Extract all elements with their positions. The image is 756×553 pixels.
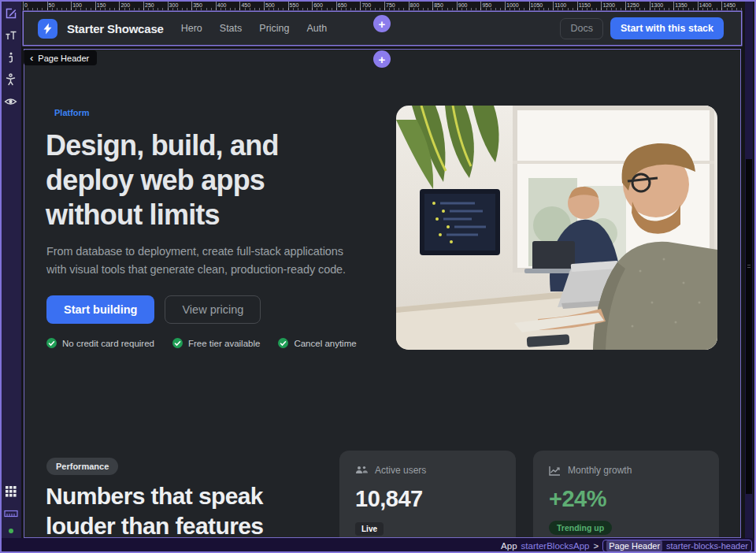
scrollbar-grip bbox=[747, 265, 750, 265]
hero-buttons-row: Start building View pricing bbox=[46, 295, 261, 324]
ruler-tick: 600 bbox=[312, 2, 313, 10]
selected-element-label: Page Header bbox=[606, 540, 662, 551]
plus-icon: + bbox=[379, 54, 386, 65]
grid-icon bbox=[6, 486, 17, 497]
ruler-tick: 800 bbox=[409, 2, 410, 10]
ruler-tick: 150 bbox=[95, 2, 96, 10]
stat-card-active-users[interactable]: Active users 10,847 Live bbox=[339, 451, 516, 538]
ruler-tick: 650 bbox=[336, 2, 337, 10]
nav-link-auth[interactable]: Auth bbox=[307, 23, 328, 34]
performance-badge: Performance bbox=[46, 458, 118, 475]
info-icon bbox=[6, 51, 17, 64]
ruler-tick: 850 bbox=[432, 2, 433, 10]
nav-link-stats[interactable]: Stats bbox=[220, 23, 243, 34]
check-icon bbox=[172, 338, 183, 348]
brand-logo[interactable] bbox=[38, 19, 57, 39]
ruler-tick: 400 bbox=[216, 2, 217, 10]
ruler-tick: 1250 bbox=[625, 2, 626, 10]
breadcrumb-separator: > bbox=[594, 541, 599, 551]
page-header-section[interactable]: Platform Design, build, and deploy web a… bbox=[24, 49, 741, 538]
navbar-links: Hero Stats Pricing Auth bbox=[181, 23, 328, 34]
insert-block-button-bottom[interactable]: + bbox=[373, 50, 391, 68]
ruler-tick: 750 bbox=[384, 2, 385, 10]
stat-value: 10,847 bbox=[355, 486, 500, 512]
eye-icon bbox=[4, 96, 17, 107]
left-toolbar bbox=[0, 0, 21, 538]
ruler-tick: 900 bbox=[457, 2, 458, 10]
view-pricing-button[interactable]: View pricing bbox=[165, 295, 261, 324]
grid-tool-button[interactable] bbox=[4, 484, 18, 499]
line-chart-icon bbox=[549, 466, 561, 476]
editor-window: 0501001502002503003504004505005506006507… bbox=[0, 0, 756, 553]
ruler-tick: 250 bbox=[143, 2, 144, 10]
eye-tool-button[interactable] bbox=[4, 95, 18, 109]
ruler-tick: 200 bbox=[119, 2, 120, 10]
info-tool-button[interactable] bbox=[4, 50, 18, 65]
hero-description: From database to deployment, create full… bbox=[46, 243, 346, 279]
hero-eyebrow: Platform bbox=[54, 108, 90, 117]
ruler-tick: 300 bbox=[168, 2, 169, 10]
plus-icon: + bbox=[379, 18, 386, 30]
stats-title: Numbers that speak louder than features bbox=[46, 481, 263, 538]
insert-block-button-top[interactable]: + bbox=[373, 15, 391, 32]
ruler-tick: 100 bbox=[71, 2, 72, 10]
docs-button[interactable]: Docs bbox=[560, 18, 602, 39]
ruler-tick: 500 bbox=[264, 2, 265, 10]
app-label: App bbox=[501, 541, 517, 551]
start-with-stack-button[interactable]: Start with this stack bbox=[610, 17, 724, 39]
ruler-tick: 50 bbox=[47, 2, 48, 10]
ruler-tick: 950 bbox=[480, 2, 481, 10]
check-icon bbox=[278, 338, 288, 348]
ruler-tick: 1150 bbox=[577, 2, 578, 10]
checklist-item: No credit card required bbox=[46, 338, 154, 348]
ruler-tick: 1400 bbox=[698, 2, 699, 10]
ruler-tick: 1050 bbox=[529, 2, 530, 10]
stat-value: +24% bbox=[549, 486, 703, 512]
ruler-tick: 1100 bbox=[553, 2, 554, 10]
vertical-scrollbar[interactable] bbox=[745, 2, 753, 538]
design-canvas[interactable]: Starter Showcase Hero Stats Pricing Auth… bbox=[21, 10, 745, 538]
hero-checklist: No credit card required Free tier availa… bbox=[46, 338, 357, 348]
stat-card-monthly-growth[interactable]: Monthly growth +24% Trending up bbox=[533, 451, 719, 538]
ruler-tick: 450 bbox=[239, 2, 240, 10]
users-icon bbox=[355, 466, 368, 475]
check-icon bbox=[46, 338, 57, 348]
live-badge: Live bbox=[355, 522, 384, 536]
trending-up-badge: Trending up bbox=[549, 521, 612, 535]
page-header-tag[interactable]: ‹ Page Header bbox=[24, 50, 97, 65]
ruler-tick: 1200 bbox=[601, 2, 602, 10]
accessibility-tool-button[interactable] bbox=[4, 72, 18, 87]
hero-title: Design, build, and deploy web apps witho… bbox=[46, 128, 279, 232]
chevron-left-icon: ‹ bbox=[30, 53, 33, 63]
accessibility-icon bbox=[5, 73, 17, 86]
ruler-tick: 550 bbox=[288, 2, 289, 10]
ruler-tick: 1300 bbox=[650, 2, 650, 10]
ruler-tick: 0 bbox=[23, 2, 24, 10]
ruler-tick: 1450 bbox=[721, 2, 722, 10]
typography-icon bbox=[5, 29, 17, 42]
ruler-tick: 350 bbox=[191, 2, 192, 10]
ruler-tick: 700 bbox=[360, 2, 361, 10]
selected-element-slug: starter-blocks-header bbox=[666, 541, 748, 551]
ruler[interactable]: 0501001502002503003504004505005506006507… bbox=[21, 2, 745, 10]
hero-image[interactable] bbox=[396, 106, 717, 350]
ruler-icon bbox=[4, 509, 18, 518]
lightning-bolt-icon bbox=[43, 23, 53, 35]
checklist-item: Cancel anytime bbox=[278, 338, 356, 348]
ruler-tick: 1000 bbox=[505, 2, 506, 10]
checklist-item: Free tier available bbox=[172, 338, 260, 348]
scrollbar-thumb[interactable] bbox=[746, 159, 752, 494]
edit-icon bbox=[5, 7, 17, 20]
start-building-button[interactable]: Start building bbox=[46, 295, 154, 324]
nav-link-pricing[interactable]: Pricing bbox=[259, 23, 289, 34]
status-bar: App starterBlocksApp > Page Header start… bbox=[0, 538, 756, 553]
connection-status-dot bbox=[9, 529, 13, 533]
brand-name: Starter Showcase bbox=[67, 22, 164, 35]
selected-element-chip[interactable]: Page Header starter-blocks-header bbox=[602, 540, 752, 552]
typography-tool-button[interactable] bbox=[4, 28, 18, 43]
edit-tool-button[interactable] bbox=[4, 6, 18, 20]
ruler-tool-button[interactable] bbox=[4, 507, 18, 521]
app-name-link[interactable]: starterBlocksApp bbox=[521, 541, 590, 551]
ruler-tick: 1350 bbox=[673, 2, 674, 10]
nav-link-hero[interactable]: Hero bbox=[181, 23, 202, 34]
